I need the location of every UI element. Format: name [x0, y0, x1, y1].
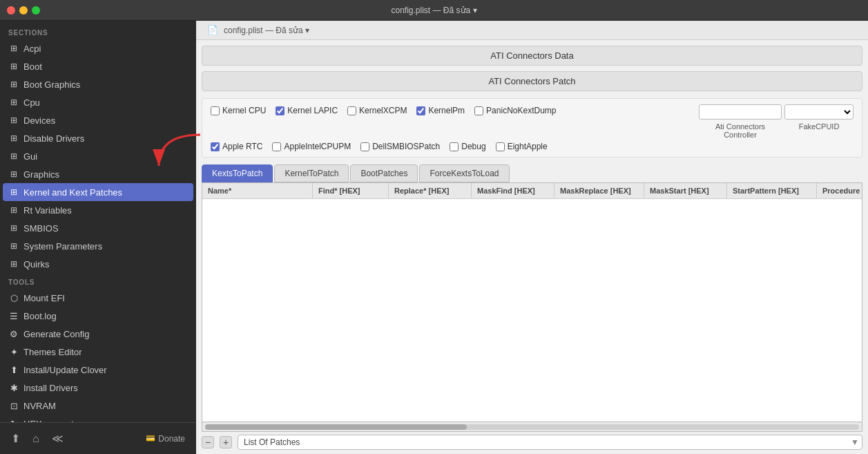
sidebar-item-boot-graphics[interactable]: Boot Graphics: [0, 75, 196, 93]
sidebar-item-system-parameters[interactable]: System Parameters: [0, 237, 196, 255]
col-replace: Replace* [HEX]: [389, 183, 472, 198]
sidebar-item-label: Boot: [23, 62, 42, 72]
grid-icon: [8, 169, 19, 180]
sidebar-item-graphics[interactable]: Graphics: [0, 165, 196, 183]
file-icon: 📄: [207, 25, 218, 35]
ati-connectors-controller-input[interactable]: [699, 104, 782, 120]
checkbox-row-1: Kernel CPU Kernel LAPIC KernelXCPM Kerne…: [211, 106, 699, 115]
nvram-icon: ⊡: [8, 400, 19, 411]
sidebar-item-rt-variables[interactable]: Rt Variables: [0, 201, 196, 219]
tab-kexts-to-patch[interactable]: KextsToPatch: [202, 164, 273, 182]
scrollbar-area[interactable]: [202, 422, 862, 432]
checkbox-kernel-cpu[interactable]: Kernel CPU: [211, 106, 266, 115]
sidebar-item-smbios[interactable]: SMBIOS: [0, 219, 196, 237]
checkbox-kernelpm[interactable]: KernelPm: [416, 106, 465, 115]
tab-kernel-to-patch[interactable]: KernelToPatch: [274, 164, 349, 182]
log-icon: ☰: [8, 310, 19, 321]
kernelpm-checkbox[interactable]: [416, 106, 425, 115]
kernel-cpu-checkbox[interactable]: [211, 106, 220, 115]
apple-intel-cpupm-checkbox[interactable]: [272, 142, 281, 151]
checkbox-panic-no-kext-dump[interactable]: PanicNoKextDump: [474, 106, 556, 115]
debug-label: Debug: [461, 142, 485, 151]
tabs-bar: KextsToPatch KernelToPatch BootPatches F…: [202, 164, 862, 182]
close-button[interactable]: [7, 6, 15, 15]
debug-checkbox[interactable]: [450, 142, 459, 151]
plus-button[interactable]: +: [220, 436, 232, 448]
col-procedure: Procedure: [817, 183, 862, 198]
sidebar-item-generate-config[interactable]: ⚙ Generate Config: [0, 325, 196, 343]
toolbar-share-icon[interactable]: ≪: [52, 432, 64, 445]
minus-button[interactable]: −: [202, 436, 214, 448]
sidebar-item-label: Install/Update Clover: [23, 365, 107, 375]
ati-connectors-data-header: ATI Connectors Data: [202, 46, 862, 66]
grid-icon: [8, 133, 19, 144]
tab-force-kexts-to-load[interactable]: ForceKextsToLoad: [419, 164, 509, 182]
grid-icon: [8, 61, 19, 72]
sidebar-item-label: System Parameters: [23, 241, 102, 252]
kernelxcpm-checkbox[interactable]: [347, 106, 356, 115]
field-labels: Ati Connectors Controller FakeCPUID: [211, 122, 853, 139]
sidebar: SECTIONS Acpi Boot Boot Graphics Cpu Dev…: [0, 21, 196, 454]
checkbox-eight-apple[interactable]: EightApple: [496, 142, 548, 151]
sidebar-item-nvram[interactable]: ⊡ NVRAM: [0, 397, 196, 415]
dell-smbios-patch-checkbox[interactable]: [360, 142, 369, 151]
checkbox-dell-smbios-patch[interactable]: DellSMBIOSPatch: [360, 142, 440, 151]
sidebar-item-gui[interactable]: Gui: [0, 147, 196, 165]
scrollbar-thumb[interactable]: [205, 424, 467, 430]
apple-rtc-checkbox[interactable]: [211, 142, 220, 151]
star-icon: ✱: [8, 382, 19, 393]
tab-boot-patches[interactable]: BootPatches: [350, 164, 418, 182]
window-title: config.plist — Đã sửa ▾: [391, 6, 476, 15]
sidebar-item-label: NVRAM: [23, 401, 56, 411]
toolbar-home-icon[interactable]: ⌂: [32, 433, 39, 445]
grid-icon: [8, 97, 19, 108]
sidebar-item-install-update-clover[interactable]: ⬆ Install/Update Clover: [0, 361, 196, 379]
sidebar-item-label: Gui: [23, 151, 37, 162]
scrollbar-track: [205, 424, 859, 430]
sidebar-item-quirks[interactable]: Quirks: [0, 255, 196, 273]
content-area: 📄 config.plist — Đã sửa ▾ ATI Connectors…: [196, 21, 868, 454]
sidebar-item-boot-log[interactable]: ☰ Boot.log: [0, 307, 196, 325]
sidebar-item-disable-drivers[interactable]: Disable Drivers: [0, 129, 196, 147]
sidebar-item-label: Boot Graphics: [23, 79, 80, 90]
grid-icon: [8, 205, 19, 216]
ati-connectors-patch-header: ATI Connectors Patch: [202, 71, 862, 91]
checkbox-apple-rtc[interactable]: Apple RTC: [211, 142, 262, 151]
sidebar-item-cpu[interactable]: Cpu: [0, 93, 196, 111]
sidebar-item-devices[interactable]: Devices: [0, 111, 196, 129]
kernel-lapic-checkbox[interactable]: [276, 106, 284, 115]
toolbar-upload-icon[interactable]: ⬆: [11, 432, 20, 445]
checkbox-kernelxcpm[interactable]: KernelXCPM: [347, 106, 407, 115]
sidebar-item-boot[interactable]: Boot: [0, 57, 196, 75]
config-bar: 📄 config.plist — Đã sửa ▾: [196, 21, 868, 40]
sidebar-item-label: SMBIOS: [23, 223, 59, 234]
sidebar-item-themes-editor[interactable]: ✦ Themes Editor: [0, 343, 196, 361]
sidebar-item-kernel-kext-patches[interactable]: Kernel and Kext Patches: [3, 183, 193, 201]
donate-button[interactable]: 💳 Donate: [146, 434, 185, 444]
maximize-button[interactable]: [32, 6, 40, 15]
checkbox-apple-intel-cpupm[interactable]: AppleIntelCPUPM: [272, 142, 351, 151]
ati-connectors-controller-label: Ati Connectors Controller: [699, 122, 782, 139]
fake-cpuid-label: FakeCPUID: [784, 122, 853, 139]
checkbox-kernel-lapic[interactable]: Kernel LAPIC: [276, 106, 338, 115]
sidebar-bottom-toolbar: ⬆ ⌂ ≪ 💳 Donate: [0, 422, 196, 454]
traffic-lights: [7, 6, 40, 15]
panic-no-kext-dump-checkbox[interactable]: [474, 106, 483, 115]
eight-apple-checkbox[interactable]: [496, 142, 505, 151]
sidebar-item-label: Boot.log: [23, 311, 57, 321]
checkbox-debug[interactable]: Debug: [450, 142, 485, 151]
list-of-patches-dropdown[interactable]: List Of Patches ▼: [238, 435, 862, 450]
sidebar-item-acpi[interactable]: Acpi: [0, 39, 196, 57]
dropdown-arrow-icon: ▼: [851, 437, 859, 447]
sidebar-item-mount-efi[interactable]: ⬡ Mount EFI: [0, 289, 196, 307]
grid-icon: [8, 115, 19, 126]
table-body: [202, 199, 862, 422]
fake-cpuid-select[interactable]: [784, 104, 853, 120]
donate-label: Donate: [158, 434, 185, 444]
kernelxcpm-label: KernelXCPM: [359, 106, 407, 115]
sidebar-item-label: Kernel and Kext Patches: [23, 187, 122, 198]
sidebar-item-install-drivers[interactable]: ✱ Install Drivers: [0, 379, 196, 397]
titlebar: config.plist — Đã sửa ▾: [0, 0, 868, 21]
col-maskreplace: MaskReplace [HEX]: [554, 183, 644, 198]
minimize-button[interactable]: [19, 6, 28, 15]
